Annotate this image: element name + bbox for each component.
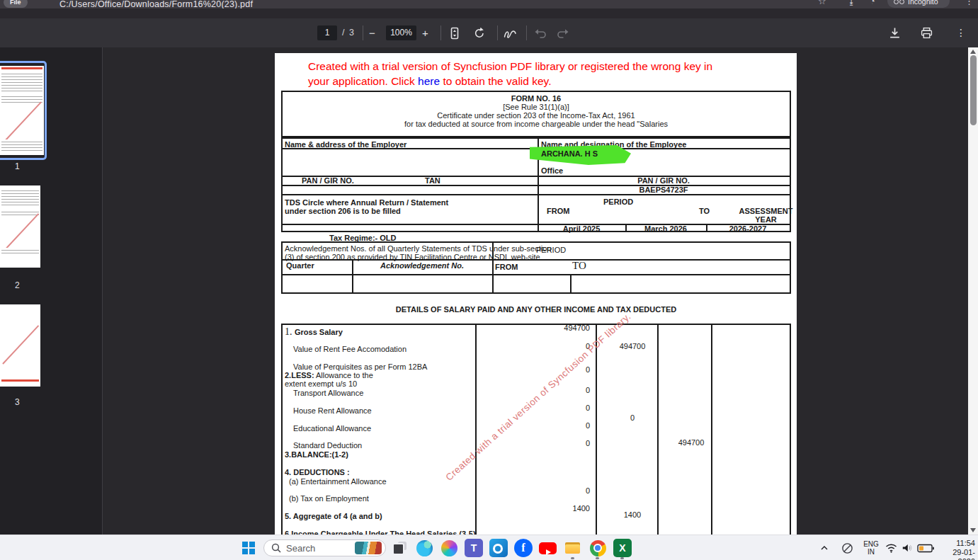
taskbar-icon-edge[interactable] (416, 540, 433, 556)
tray-chevron[interactable] (820, 535, 829, 560)
table-line (283, 194, 790, 195)
salary-row-label: Standard Deduction (293, 441, 362, 450)
salary-amount-col2: 0 (601, 413, 664, 422)
salary-row-label: 2.LESS: Allowance to the (285, 371, 373, 379)
taskbar-icon-excel[interactable] (613, 539, 632, 557)
search-highlight-image[interactable] (355, 542, 382, 554)
thumbnail-sidebar[interactable]: 1 2 3 (0, 47, 102, 535)
thumbnail-label-3: 3 (15, 397, 20, 407)
thumb-watermark-line (2, 213, 39, 252)
salary-row-label: extent exempt u/s 10 (285, 379, 357, 388)
acknowledgement-table: Acknowledgement Nos. of all Quarterly St… (281, 241, 791, 294)
taskbar-icon-file-explorer[interactable] (564, 539, 582, 557)
scrollbar-down-icon[interactable] (970, 528, 976, 532)
ack-header-line2: (3) of section 200 as provided by TIN Fa… (285, 253, 540, 261)
salary-row-label: Transport Allowance (293, 389, 363, 397)
search-box[interactable]: Search (263, 539, 386, 556)
trial-banner-link[interactable]: here (418, 75, 440, 87)
pdf-page: Created with a trial version of Syncfusi… (275, 53, 797, 535)
fit-to-page-icon[interactable] (449, 27, 460, 40)
thumb-lines (1, 139, 42, 151)
tray-clock[interactable]: 11:54 29-01-2026 (937, 535, 975, 560)
assessment-year-header: YEAR (736, 215, 796, 224)
salary-amount-col1: 0 (474, 421, 590, 430)
page-total: 3 (349, 28, 354, 38)
tray-wifi[interactable] (885, 535, 897, 560)
ack-to-header: TO (572, 260, 586, 272)
thumb-lines (1, 248, 39, 253)
thumb-watermark-line (4, 101, 42, 142)
file-scheme-chip: File (4, 0, 28, 8)
zoom-level-input[interactable]: 100% (386, 25, 416, 40)
incognito-badge[interactable]: Incognito (887, 0, 950, 8)
search-icon (271, 543, 281, 553)
salary-amount-col3: 494700 (656, 438, 727, 447)
taskbar-icon-teams[interactable] (465, 539, 483, 557)
taskbar-icon-chrome[interactable] (590, 540, 606, 556)
bookmark-star-icon[interactable]: ☆ (818, 0, 826, 6)
employee-name: ARCHANA. H S (541, 149, 598, 158)
pdf-scrollbar[interactable] (968, 47, 978, 535)
rotate-icon[interactable] (473, 27, 486, 40)
taskbar-icon-copilot[interactable] (441, 540, 457, 556)
tan-header: TAN (425, 176, 440, 185)
incognito-glasses-icon (894, 0, 904, 4)
thumbnail-page-3[interactable] (0, 304, 40, 387)
thumbnail-label-2: 2 (15, 280, 20, 290)
table-line (657, 325, 659, 535)
table-line (570, 274, 572, 292)
chevron-up-icon (820, 544, 829, 552)
zoom-in-button[interactable]: + (422, 27, 428, 39)
annotate-pen-icon[interactable] (504, 29, 517, 39)
thumbnail-page-2[interactable] (0, 185, 40, 268)
taskbar-icon-youtube[interactable] (539, 542, 557, 554)
redo-icon[interactable] (557, 28, 569, 39)
pdf-menu-icon[interactable]: ⋮ (956, 27, 966, 39)
tray-time: 11:54 (937, 539, 975, 548)
start-button[interactable] (242, 542, 255, 554)
tray-language[interactable]: ENG IN (861, 535, 881, 560)
language-code: ENG (861, 540, 881, 548)
table-line (596, 325, 597, 535)
thumb-lines (1, 210, 39, 215)
employer-header: Name & address of the Employer (285, 140, 406, 149)
form-header-box: FORM NO. 16 [See Rule 31(1)(a)] Certific… (281, 91, 791, 137)
thumb-lines (1, 72, 42, 91)
tray-battery[interactable] (917, 535, 934, 560)
taskbar-icon-task-view[interactable] (390, 539, 409, 557)
scrollbar-up-icon[interactable] (970, 50, 976, 54)
form-certificate-line: Certificate under section 203 of the Inc… (283, 111, 790, 120)
scrollbar-thumb[interactable] (970, 55, 977, 125)
pdf-download-icon[interactable] (889, 27, 901, 39)
undo-icon[interactable] (534, 28, 547, 39)
browser-address-bar[interactable]: File C:/Users/Office/Downloads/Form16%20… (0, 0, 978, 8)
salary-row-label: Value of Rent Fee Accomodation (293, 345, 406, 353)
thumbnail-page-1[interactable] (0, 66, 44, 155)
zoom-out-button[interactable]: − (369, 27, 375, 39)
pan-gir-right-header: PAN / GIR NO. (538, 176, 790, 185)
tray-volume[interactable] (902, 535, 913, 560)
url-text[interactable]: C:/Users/Office/Downloads/Form16%20(23).… (59, 0, 253, 8)
download-icon[interactable]: ⭳ (847, 0, 856, 6)
salary-amount-col2: 494700 (601, 342, 664, 350)
profile-icon[interactable]: ◔ (870, 0, 875, 6)
period-from-value: April 2025 (538, 224, 625, 233)
incognito-label: Incognito (908, 0, 938, 6)
thumb-banner-red (1, 379, 39, 382)
pdf-viewer-content: 1 2 3 Created with a trial version of Sy… (0, 47, 978, 535)
toolbar-separator (363, 25, 363, 40)
page-divider: / (342, 28, 344, 38)
salary-row-label: House Rent Allowance (293, 406, 372, 415)
toolbar-separator (526, 25, 527, 40)
tray-onedrive-paused[interactable] (841, 535, 853, 560)
taskbar-icon-outlook[interactable] (489, 539, 508, 557)
pdf-print-icon[interactable] (921, 27, 933, 39)
taskbar-icon-facebook[interactable] (514, 539, 533, 557)
trial-banner-line2: your application. Click here to obtain t… (308, 75, 552, 88)
sidebar-divider (102, 47, 103, 535)
to-header: TO (699, 207, 710, 215)
page-number-input[interactable]: 1 (317, 25, 337, 40)
trial-banner-line1: Created with a trial version of Syncfusi… (308, 60, 775, 73)
browser-menu-icon[interactable]: ⋮ (965, 0, 974, 6)
employee-designation: Office (541, 166, 563, 175)
